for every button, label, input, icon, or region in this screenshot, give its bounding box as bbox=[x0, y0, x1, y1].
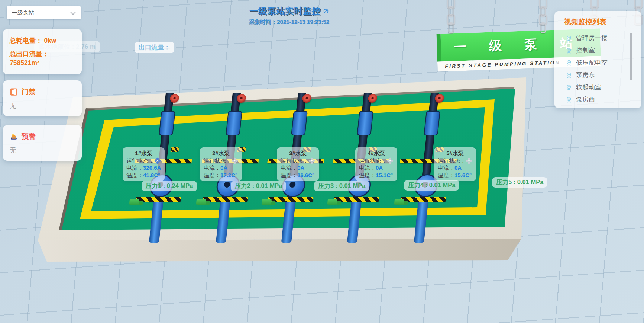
pump-name: 3#水泵 bbox=[281, 150, 315, 157]
door-icon bbox=[10, 87, 18, 96]
pump-name: 2#水泵 bbox=[204, 150, 238, 157]
pump-temp-value: 17.2C° bbox=[220, 172, 237, 178]
total-flow-label: 总出口流量： bbox=[10, 49, 82, 58]
video-item[interactable]: 软起动室 bbox=[554, 81, 641, 93]
chain-decoration bbox=[539, 0, 547, 33]
fan-status-icon bbox=[308, 157, 315, 164]
chevron-down-icon bbox=[70, 9, 76, 15]
video-monitor-panel: 视频监控列表 管理房一楼 控制室 低压配电室 泵房东 软起动室 泵房西 bbox=[554, 11, 641, 108]
pressure-label-1: 压力1 : 0.24 MPa bbox=[142, 181, 197, 191]
video-panel-title: 视频监控列表 bbox=[554, 11, 641, 27]
totals-panel: 总耗电量： 0kw 总出口流量： 758521m³ bbox=[3, 29, 82, 74]
pipe-flange bbox=[424, 111, 440, 135]
green-valve bbox=[196, 199, 206, 205]
green-valve bbox=[261, 199, 272, 205]
door-panel-title: 门禁 bbox=[22, 87, 36, 97]
hazard-stripe bbox=[202, 197, 248, 202]
pressure-label-3: 压力3 : 0.01 MPa bbox=[314, 181, 369, 191]
green-valve bbox=[129, 199, 139, 205]
fan-status-icon bbox=[154, 157, 161, 164]
hazard-stripe bbox=[135, 197, 181, 202]
alarm-beacon-icon bbox=[10, 132, 18, 141]
chain-decoration bbox=[447, 0, 455, 33]
webcam-icon bbox=[566, 72, 572, 79]
webcam-icon bbox=[566, 84, 572, 91]
video-item[interactable]: 控制室 bbox=[554, 44, 641, 57]
webcam-icon bbox=[566, 96, 572, 103]
fan-status-icon bbox=[466, 157, 472, 164]
header: 一级泵站实时监控 采集时间：2021-12-13 19:23:52 bbox=[249, 5, 329, 26]
pump-temp-value: 15.1C° bbox=[376, 172, 393, 178]
pump-current-value: 0A bbox=[297, 164, 304, 171]
pipe-flange bbox=[226, 111, 242, 135]
alarm-panel-value: 无 bbox=[10, 146, 82, 155]
station-select[interactable]: 一级泵站 bbox=[7, 6, 81, 19]
video-item[interactable]: 管理房一楼 bbox=[554, 32, 641, 44]
green-valve bbox=[394, 199, 404, 205]
webcam-icon bbox=[566, 60, 572, 66]
hazard-stripe bbox=[333, 197, 379, 202]
pump-card-1[interactable]: 1#水泵 运行状态： 电流：320.6A 温度：41.8C° bbox=[123, 147, 165, 181]
page-title: 一级泵站实时监控 bbox=[249, 5, 329, 17]
video-item[interactable]: 泵房西 bbox=[554, 93, 641, 106]
visibility-toggle-icon[interactable] bbox=[323, 6, 329, 12]
pump-name: 5#水泵 bbox=[438, 150, 472, 157]
green-valve bbox=[327, 199, 337, 205]
video-list-scrollbar[interactable] bbox=[630, 33, 632, 80]
video-list: 管理房一楼 控制室 低压配电室 泵房东 软起动室 泵房西 bbox=[554, 32, 641, 106]
pressure-label-2: 压力2 : 0.01 MPa bbox=[231, 181, 286, 191]
door-access-panel: 门禁 无 bbox=[3, 80, 82, 116]
alarm-panel-title: 预警 bbox=[22, 132, 36, 141]
pipe-flange bbox=[357, 111, 373, 135]
door-panel-value: 无 bbox=[10, 101, 82, 110]
video-item[interactable]: 低压配电室 bbox=[554, 57, 641, 69]
total-flow-value: 758521m³ bbox=[10, 59, 82, 67]
pump-station-dashboard: 一 级 泵 站 FIRST STAGE PUMPING STATION bbox=[0, 0, 644, 323]
pipe-stub bbox=[170, 147, 179, 152]
pipe-flange bbox=[159, 111, 175, 135]
fan-status-icon bbox=[387, 157, 394, 164]
webcam-icon bbox=[566, 47, 572, 54]
fan-status-icon bbox=[232, 157, 238, 164]
pump-card-4[interactable]: 4#水泵 运行状态： 电流：0A 温度：15.1C° bbox=[355, 147, 397, 181]
video-item[interactable]: 泵房东 bbox=[554, 69, 641, 81]
pump-name: 4#水泵 bbox=[359, 150, 394, 157]
total-power: 总耗电量： 0kw bbox=[10, 29, 82, 45]
pump-current-value: 0A bbox=[220, 164, 227, 171]
pump-card-3[interactable]: 3#水泵 运行状态： 电流：0A 温度：16.6C° bbox=[277, 147, 319, 181]
pump-temp-value: 15.6C° bbox=[454, 172, 472, 178]
pipe-flange bbox=[291, 111, 308, 135]
alarm-panel: 预警 无 bbox=[3, 125, 82, 161]
pump-name: 1#水泵 bbox=[126, 150, 161, 157]
webcam-icon bbox=[566, 35, 572, 42]
pump-temp-value: 16.6C° bbox=[297, 172, 314, 178]
station-select-value: 一级泵站 bbox=[7, 9, 71, 16]
pump-current-value: 0A bbox=[376, 164, 383, 171]
pump-current-value: 0A bbox=[454, 164, 462, 171]
pump-card-5[interactable]: 5#水泵 运行状态： 电流：0A 温度：15.6C° bbox=[434, 147, 476, 181]
pump-temp-value: 41.8C° bbox=[143, 172, 160, 178]
pump-current-value: 320.6A bbox=[143, 164, 161, 171]
pressure-label-4: 压力4 : 0.01 MPa bbox=[404, 180, 459, 191]
hazard-stripe bbox=[400, 197, 446, 202]
pump-card-2[interactable]: 2#水泵 运行状态： 电流：0A 温度：17.2C° bbox=[200, 147, 242, 181]
collect-time: 采集时间：2021-12-13 19:23:52 bbox=[249, 19, 329, 26]
hazard-stripe bbox=[268, 197, 313, 202]
outlet-flow-label: 出口流量： bbox=[135, 42, 174, 53]
pressure-label-5: 压力5 : 0.01 MPa bbox=[492, 177, 547, 188]
